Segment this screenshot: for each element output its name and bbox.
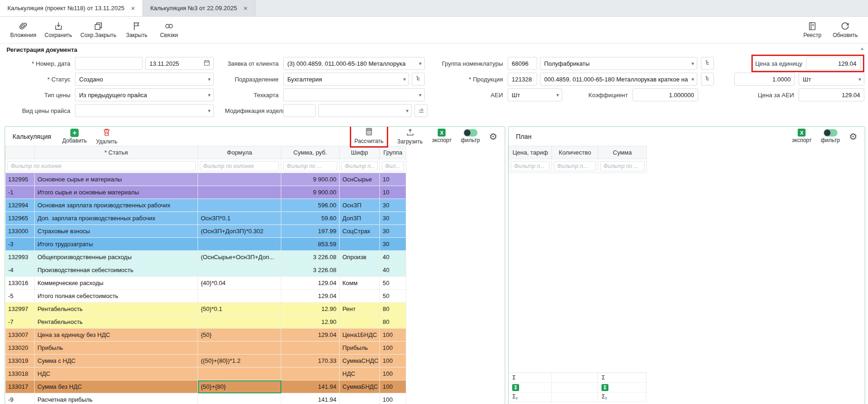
cell-code[interactable]: ОснСырье — [340, 173, 380, 186]
attachments-button[interactable]: Вложения — [7, 20, 39, 40]
cell-formula[interactable]: ({50}+{80})*1.2 — [198, 354, 281, 367]
cell-article[interactable]: Сумма с НДС — [35, 354, 198, 367]
cell-sum[interactable]: 596.00 — [281, 199, 340, 212]
plan-col-header[interactable]: Цена, тариф — [509, 146, 552, 159]
cell-group[interactable]: 50 — [380, 290, 406, 303]
cell-sum[interactable]: 141.94 — [281, 393, 340, 404]
cell-article[interactable]: НДС — [35, 367, 198, 380]
cell-code[interactable]: Цена1БНДС — [340, 329, 380, 342]
calc-filter-input[interactable] — [283, 161, 337, 171]
cell-code[interactable]: Прибыль — [340, 342, 380, 354]
cell-article[interactable]: Прибыль — [35, 342, 198, 354]
nomenclature-group-hierarchy-button[interactable] — [701, 57, 714, 70]
calc-col-header[interactable]: Формула — [198, 146, 281, 159]
calc-col-header[interactable]: * Статья — [35, 146, 198, 159]
collapse-section-icon[interactable]: ▴ — [861, 45, 863, 51]
cell-id[interactable]: 132993 — [6, 251, 35, 264]
cell-article[interactable]: Сумма без НДС — [35, 380, 198, 393]
cell-article[interactable]: Коммерческие расходы — [35, 277, 198, 290]
calc-table-row[interactable]: 133019Сумма с НДС({50}+{80})*1.2170.33Су… — [6, 354, 406, 367]
calc-table-row[interactable]: 133018НДСНДС100 — [6, 367, 406, 380]
price-type-select[interactable]: Из предыдущего прайса ▾ — [75, 88, 214, 101]
cell-article[interactable]: Итого сырье и основные материалы — [35, 186, 198, 199]
calc-table-row[interactable]: -5Итого полная себестоимость129.0450 — [6, 290, 406, 303]
cell-group[interactable]: 100 — [380, 367, 406, 380]
cell-group[interactable]: 100 — [380, 393, 406, 404]
cell-sum[interactable]: 3 226.08 — [281, 264, 340, 277]
cell-code[interactable]: Комм — [340, 277, 380, 290]
filter-toggle[interactable]: фильтр — [461, 129, 480, 143]
cell-group[interactable]: 80 — [380, 303, 406, 316]
cell-code[interactable]: ОснЗП — [340, 199, 380, 212]
cell-id[interactable]: 133000 — [6, 225, 35, 238]
cell-formula[interactable] — [198, 173, 281, 186]
nomenclature-group-code-input[interactable] — [508, 57, 537, 70]
cell-code[interactable] — [340, 316, 380, 329]
cell-sum[interactable]: 129.04 — [281, 290, 340, 303]
delete-row-button[interactable]: Удалить — [96, 128, 118, 145]
cell-formula[interactable]: {50} — [198, 329, 281, 342]
cell-code[interactable] — [340, 393, 380, 404]
cell-formula[interactable] — [198, 238, 281, 251]
calc-table-row[interactable]: 132995Основное сырье и материалы9 900.00… — [6, 173, 406, 186]
cell-code[interactable]: ДопЗП — [340, 212, 380, 225]
calc-table-row[interactable]: -7Рентабельность12.9080 — [6, 316, 406, 329]
calc-table-row[interactable]: 133000Страховые взносы(ОснЗП+ДопЗП)*0.30… — [6, 225, 406, 238]
cell-formula[interactable] — [198, 342, 281, 354]
cell-code[interactable]: СуммаСНДС — [340, 354, 380, 367]
document-tab[interactable]: Калькуляция №3 от 22.09.2025× — [143, 0, 255, 16]
cell-code[interactable] — [340, 290, 380, 303]
cell-code[interactable]: Рент — [340, 303, 380, 316]
cell-id[interactable]: -7 — [6, 316, 35, 329]
cell-formula[interactable] — [198, 186, 281, 199]
cell-formula[interactable] — [198, 367, 281, 380]
cell-formula[interactable] — [198, 393, 281, 404]
cell-sum[interactable]: 59.60 — [281, 212, 340, 225]
cell-code[interactable] — [340, 238, 380, 251]
modification-code-input[interactable] — [283, 104, 316, 117]
cell-sum[interactable]: 3 226.08 — [281, 251, 340, 264]
calc-table-row[interactable]: 133007Цена за единицу без НДС{50}129.04Ц… — [6, 329, 406, 342]
cell-id[interactable]: 133019 — [6, 354, 35, 367]
cell-id[interactable]: -3 — [6, 238, 35, 251]
cell-id[interactable]: 133017 — [6, 380, 35, 393]
calc-table-row[interactable]: -4Производственная себестоимость3 226.08… — [6, 264, 406, 277]
cell-sum[interactable]: 12.90 — [281, 303, 340, 316]
cell-formula[interactable] — [198, 264, 281, 277]
add-row-button[interactable]: + Добавить — [62, 129, 87, 144]
load-button[interactable]: Загрузить — [397, 128, 423, 145]
tab-close-icon[interactable]: × — [243, 5, 248, 12]
cell-id[interactable]: -5 — [6, 290, 35, 303]
registry-button[interactable]: Реестр — [798, 20, 827, 40]
cell-group[interactable]: 30 — [380, 238, 406, 251]
cell-sum[interactable]: 129.04 — [281, 277, 340, 290]
cell-sum[interactable]: 12.90 — [281, 316, 340, 329]
unit-price-input[interactable] — [806, 57, 861, 70]
calc-filter-input[interactable] — [341, 161, 378, 171]
production-code-input[interactable] — [508, 73, 537, 86]
calc-filter-input[interactable] — [200, 161, 279, 171]
cell-id[interactable]: -1 — [6, 186, 35, 199]
cell-group[interactable]: 50 — [380, 277, 406, 290]
cell-id[interactable]: -9 — [6, 393, 35, 404]
cell-id[interactable]: -4 — [6, 264, 35, 277]
plan-col-header[interactable]: Количество — [552, 146, 598, 159]
modification-chart-button[interactable] — [415, 104, 428, 117]
document-date-input[interactable]: 13.11.2025 — [145, 57, 214, 70]
cell-sum[interactable] — [281, 342, 340, 354]
cell-formula[interactable]: {40}*0.04 — [198, 277, 281, 290]
unit-select[interactable]: Шт ▾ — [799, 73, 864, 86]
calc-table-row[interactable]: -9Расчетная прибыль141.94100 — [6, 393, 406, 404]
coefficient-input[interactable] — [632, 88, 698, 101]
calc-filter-input[interactable] — [382, 161, 404, 171]
calc-table-row[interactable]: 133017Сумма без НДС{50}+{80}141.94СуммаБ… — [6, 380, 406, 393]
cell-group[interactable]: 100 — [380, 342, 406, 354]
cell-code[interactable] — [340, 186, 380, 199]
plan-filter-input[interactable] — [511, 161, 550, 171]
cell-code[interactable]: СоцСтрах — [340, 225, 380, 238]
calc-table-row[interactable]: 132965Доп. зарплата производственных раб… — [6, 212, 406, 225]
cell-article[interactable]: Основная зарплата производственных рабоч… — [35, 199, 198, 212]
plan-filter-toggle[interactable]: фильтр — [821, 129, 840, 143]
cell-article[interactable]: Основное сырье и материалы — [35, 173, 198, 186]
cell-id[interactable]: 133007 — [6, 329, 35, 342]
